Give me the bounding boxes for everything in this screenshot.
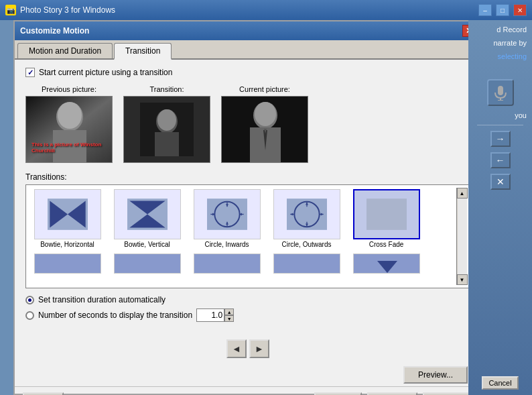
transitions-scrollbar: ▲ ▼ <box>456 188 467 285</box>
duration-section: Set transition duration automatically Nu… <box>25 295 470 322</box>
svg-rect-40 <box>367 199 407 230</box>
minimize-button[interactable]: – <box>478 4 492 16</box>
maximize-button[interactable]: □ <box>496 4 509 16</box>
current-picture-box <box>221 96 308 163</box>
radio-dot <box>28 298 31 302</box>
mic-button[interactable] <box>487 79 514 106</box>
duration-input[interactable] <box>196 308 224 322</box>
circle-o-thumb <box>273 189 340 239</box>
bottom-right-buttons: Save Reset Close <box>314 392 473 395</box>
tab-transition[interactable]: Transition <box>114 43 172 60</box>
rp-you-label: you <box>471 111 529 119</box>
transition-item-cross-fade[interactable]: Cross Fade <box>348 188 425 249</box>
rp-narrate-label: narrate by <box>471 39 529 47</box>
overlay-text: This is a picture of Winston Churchill <box>31 142 112 154</box>
transition-item-circle-i[interactable]: Circle, Inwards <box>188 188 265 249</box>
cross-fade-label: Cross Fade <box>369 241 404 248</box>
rp-record-label: d Record <box>471 25 529 34</box>
spin-down-arrow[interactable]: ▼ <box>224 315 234 322</box>
checkbox-row: ✓ Start current picture using a transiti… <box>25 68 470 77</box>
customize-motion-dialog: Customize Motion ✕ Motion and Duration T… <box>13 20 482 395</box>
duration-manual-label: Number of seconds to display the transit… <box>38 311 192 320</box>
transitions-row-2 <box>29 252 456 276</box>
scrollbar-track <box>458 199 467 274</box>
app-icon: 📷 <box>5 5 16 15</box>
tab-motion-duration[interactable]: Motion and Duration <box>17 43 113 58</box>
save-button[interactable]: Save <box>314 392 362 395</box>
close-button[interactable]: Close <box>423 392 473 395</box>
transition-item-2-2[interactable] <box>109 252 186 276</box>
transitions-label: Transitions: <box>25 172 470 182</box>
rp-x-button[interactable]: ✕ <box>490 174 511 190</box>
dialog-titlebar: Customize Motion ✕ <box>15 21 481 40</box>
dialog-title: Customize Motion <box>20 26 89 36</box>
current-picture-label: Current picture: <box>239 85 290 93</box>
spin-up-arrow[interactable]: ▲ <box>224 308 234 315</box>
svg-rect-41 <box>498 86 503 95</box>
circle-i-thumb <box>194 189 261 239</box>
previous-picture-column: Previous picture: <box>25 85 113 163</box>
mic-icon <box>494 84 507 101</box>
svg-rect-6 <box>155 132 179 156</box>
transition-item-2-1[interactable] <box>29 252 106 276</box>
preview-bar: Preview... <box>15 363 481 386</box>
duration-manual-radio[interactable] <box>25 311 34 320</box>
transition-item-bowtie-h[interactable]: Bowtie, Horizontal <box>29 188 106 249</box>
app-title: Photo Story 3 for Windows <box>20 5 474 15</box>
transitions-grid: Bowtie, Horizontal <box>29 188 456 285</box>
nav-bar: ◄ ► <box>15 334 481 363</box>
previous-picture-label: Previous picture: <box>42 85 96 93</box>
transition-item-2-5[interactable] <box>348 252 425 276</box>
previous-picture-box: This is a picture of Winston Churchill <box>25 96 113 163</box>
checkmark-icon: ✓ <box>27 68 34 77</box>
app-close-button[interactable]: ✕ <box>513 4 527 16</box>
current-picture-column: Current picture: <box>221 85 308 163</box>
preview-button[interactable]: Preview... <box>403 366 468 384</box>
svg-point-3 <box>58 102 82 129</box>
circle-o-label: Circle, Outwards <box>282 241 332 248</box>
duration-auto-label: Set transition duration automatically <box>38 295 165 304</box>
help-button[interactable]: Help <box>23 392 64 395</box>
rp-selecting-label: selecting <box>471 52 529 60</box>
transitions-row-1: Bowtie, Horizontal <box>29 188 456 249</box>
preview-row: Previous picture: <box>25 85 470 163</box>
svg-point-11 <box>255 102 276 126</box>
bowtie-v-label: Bowtie, Vertical <box>124 241 170 248</box>
rp-right-arrow-button[interactable]: → <box>490 131 511 147</box>
transition-checkbox[interactable]: ✓ <box>25 68 35 77</box>
duration-spinner[interactable]: ▲ ▼ <box>196 308 234 322</box>
dialog-content: ✓ Start current picture using a transiti… <box>15 60 481 334</box>
scrollbar-up-button[interactable]: ▲ <box>457 188 468 199</box>
transition-preview-column: Transition: <box>123 85 210 163</box>
bottom-bar: Help Save Reset Close <box>15 386 481 395</box>
duration-auto-row: Set transition duration automatically <box>25 295 470 304</box>
spin-arrows: ▲ ▼ <box>224 308 234 322</box>
bowtie-h-thumb <box>34 189 101 239</box>
transitions-container: Bowtie, Horizontal <box>25 184 470 288</box>
previous-picture-inner: This is a picture of Winston Churchill <box>26 97 112 162</box>
rp-divider <box>477 125 524 125</box>
bowtie-h-label: Bowtie, Horizontal <box>40 241 94 248</box>
scrollbar-down-button[interactable]: ▼ <box>457 274 468 285</box>
cancel-button[interactable]: Cancel <box>482 376 518 390</box>
nav-next-button[interactable]: ► <box>249 339 269 358</box>
transition-preview-svg <box>140 103 194 156</box>
checkbox-label: Start current picture using a transition <box>39 68 172 77</box>
transition-item-circle-o[interactable]: Circle, Outwards <box>268 188 345 249</box>
svg-point-7 <box>157 109 176 131</box>
rp-left-arrow-button[interactable]: ← <box>490 152 511 168</box>
transition-item-2-4[interactable] <box>268 252 345 276</box>
transition-item-2-3[interactable] <box>188 252 265 276</box>
current-picture-svg <box>222 97 308 163</box>
reset-button[interactable]: Reset <box>367 392 417 395</box>
transition-preview-label: Transition: <box>150 85 184 93</box>
nav-prev-button[interactable]: ◄ <box>226 339 247 358</box>
circle-i-label: Circle, Inwards <box>204 241 249 248</box>
tab-bar: Motion and Duration Transition <box>15 40 481 60</box>
duration-manual-row: Number of seconds to display the transit… <box>25 308 470 322</box>
transition-item-bowtie-v[interactable]: Bowtie, Vertical <box>109 188 186 249</box>
duration-auto-radio[interactable] <box>25 296 34 304</box>
cross-fade-thumb <box>353 189 420 239</box>
right-panel: d Record narrate by selecting you → ← ✕ … <box>468 20 532 395</box>
transition-preview-box <box>123 96 210 163</box>
